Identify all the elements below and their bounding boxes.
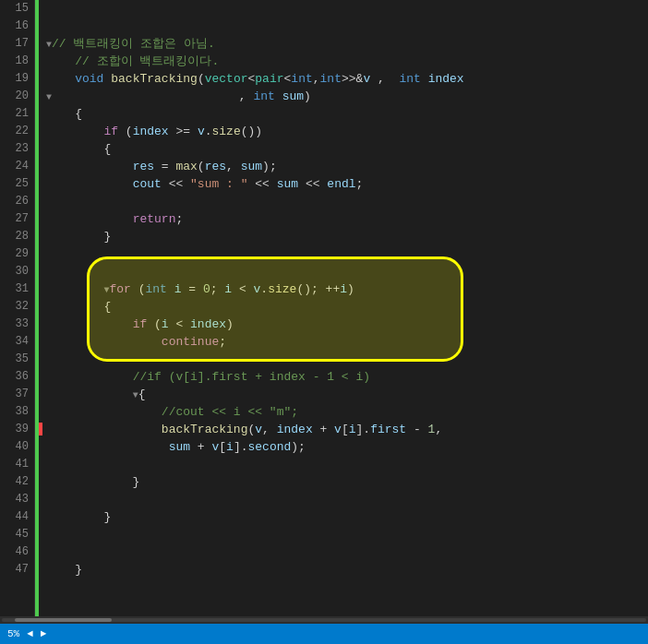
plain-token <box>46 212 133 226</box>
line-number: 35 <box>0 351 29 368</box>
variable-token: v <box>198 125 205 138</box>
plain-token: { <box>46 142 111 156</box>
horizontal-scrollbar[interactable] <box>0 616 648 624</box>
code-line: ▼ , int sum) <box>46 88 648 105</box>
code-line <box>46 0 648 18</box>
code-line: continue; <box>46 333 648 351</box>
variable-token: first <box>370 423 406 436</box>
variable-token: index <box>428 72 464 86</box>
plain-token: ]. <box>356 423 371 436</box>
plain-token: , <box>370 72 399 86</box>
variable-token: res <box>133 160 154 173</box>
code-line: ▼{ <box>46 386 648 403</box>
plain-token: ; <box>210 282 225 296</box>
number-token: 0 <box>203 282 210 296</box>
code-line: } <box>46 561 648 578</box>
function-token: size <box>212 125 241 138</box>
plain-token: ()) <box>241 125 262 138</box>
code-line: if (i < index) <box>46 316 648 333</box>
plain-token <box>46 440 169 454</box>
variable-token: sum <box>277 177 298 191</box>
plain-token <box>46 423 162 436</box>
line-numbers: 1516171819202122232425262728293031323334… <box>0 0 35 616</box>
plain-token: >> <box>342 72 356 86</box>
line-number: 45 <box>0 526 29 543</box>
code-line: } <box>46 508 648 526</box>
code-line: //cout << i << "m"; <box>46 403 648 421</box>
variable-token: i <box>340 282 347 296</box>
code-line: { <box>46 140 648 158</box>
code-lines: ▼// 백트래킹이 조합은 아님. // 조합이 백트래킹이다. void ba… <box>39 0 648 616</box>
variable-token: i <box>226 440 234 454</box>
line-number: 42 <box>0 473 29 491</box>
line-number: 20 <box>0 88 29 105</box>
line-number: 22 <box>0 123 29 140</box>
line-number: 17 <box>0 35 29 53</box>
plain-token: ; <box>175 212 183 226</box>
comment-token: //cout << i << "m"; <box>162 405 298 419</box>
variable-token: cout <box>133 177 162 191</box>
line-number: 28 <box>0 228 29 245</box>
plain-token: , <box>435 423 442 436</box>
scroll-left-btn[interactable]: ◄ <box>27 628 33 639</box>
plain-token: << <box>298 177 327 191</box>
line-number: 43 <box>0 491 29 508</box>
plain-token: . <box>205 125 212 138</box>
variable-token: sum <box>241 160 262 173</box>
plain-token: ) <box>226 317 234 331</box>
line-number: 36 <box>0 368 29 386</box>
plain-token: [ <box>219 440 226 454</box>
plain-token: } <box>46 510 111 524</box>
plain-token: << <box>162 177 190 191</box>
plain-token: ( <box>198 72 205 86</box>
line-number: 27 <box>0 210 29 228</box>
plain-token: + <box>190 440 211 454</box>
variable-token: index <box>190 317 226 331</box>
code-line <box>46 526 648 543</box>
scroll-right-btn[interactable]: ► <box>41 628 47 639</box>
code-line <box>46 263 648 280</box>
plain-token: >= <box>169 125 198 138</box>
keyword2-token: for <box>109 282 130 296</box>
code-line: { <box>46 298 648 316</box>
plain-token: } <box>46 230 111 244</box>
function-token: max <box>175 160 197 173</box>
plain-token: ); <box>262 160 277 173</box>
code-line <box>46 456 648 473</box>
zoom-level: 5% <box>7 628 19 639</box>
editor-container: 1516171819202122232425262728293031323334… <box>0 0 648 644</box>
plain-token <box>167 282 174 296</box>
code-line: if (index >= v.size()) <box>46 123 648 140</box>
keyword-token: int <box>399 72 420 86</box>
variable-token: res <box>205 160 226 173</box>
plain-token: , <box>313 72 320 86</box>
plain-token: ) <box>347 282 354 296</box>
code-line <box>46 18 648 35</box>
plain-token <box>46 335 162 349</box>
plain-token <box>46 317 133 331</box>
function-token: backTracking <box>111 72 198 86</box>
scrollbar-thumb <box>15 618 112 622</box>
code-line: // 조합이 백트래킹이다. <box>46 53 648 70</box>
plain-token: ( <box>147 317 162 331</box>
line-number: 31 <box>0 280 29 298</box>
line-number: 41 <box>0 456 29 473</box>
line-number: 24 <box>0 158 29 175</box>
plain-token <box>46 160 133 173</box>
code-line: //if (v[i].first + index - 1 < i) <box>46 368 648 386</box>
line-number: 29 <box>0 245 29 263</box>
variable-token: endl <box>327 177 355 191</box>
keyword-token: void <box>75 72 103 86</box>
line-number: 47 <box>0 561 29 578</box>
variable-token: v <box>255 423 262 436</box>
line-number: 18 <box>0 53 29 70</box>
plain-token <box>46 72 75 86</box>
type-token: pair <box>255 72 283 86</box>
line-number: 16 <box>0 18 29 35</box>
keyword2-token: continue <box>162 335 219 349</box>
variable-token: v <box>334 423 342 436</box>
variable-token: index <box>133 125 169 138</box>
line-number: 44 <box>0 508 29 526</box>
code-line <box>46 351 648 368</box>
code-area: 1516171819202122232425262728293031323334… <box>0 0 648 616</box>
